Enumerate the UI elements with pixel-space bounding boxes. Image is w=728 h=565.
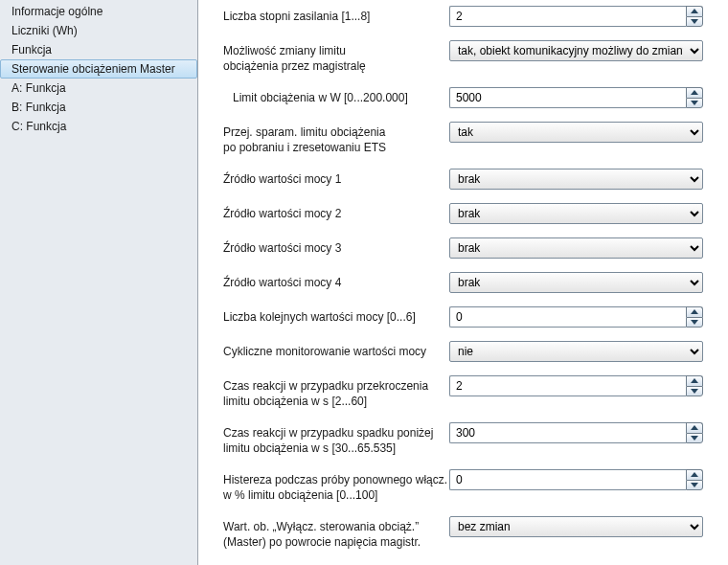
param-spin-p11 [449,422,703,443]
param-combo-p4[interactable]: brak [449,169,703,190]
param-combo-p7[interactable]: brak [449,272,703,293]
svg-marker-4 [691,309,698,314]
param-row-p7: Źródło wartości mocy 4brak [223,272,715,293]
svg-marker-0 [691,9,698,13]
param-control [449,6,715,27]
param-row-p4: Źródło wartości mocy 1brak [223,169,715,190]
svg-marker-6 [691,378,698,383]
param-control: brak [449,272,715,293]
param-label: Limit obciążenia w W [0...200.000] [223,87,449,105]
spin-down-icon[interactable] [686,480,703,491]
sidebar-item-2[interactable]: Funkcja [0,40,197,59]
param-label: Czas reakcji w przypadku przekroczeniali… [223,375,449,409]
param-input-p0[interactable] [449,6,686,27]
param-label: Przej. sparam. limitu obciążeniapo pobra… [223,122,449,155]
sidebar-item-5[interactable]: B: Funkcja [0,98,197,117]
param-combo-p9[interactable]: nie [449,341,703,362]
param-row-p13: Wart. ob. „Wyłącz. sterowania obciąż.”(M… [223,516,715,550]
param-control: bez zmian [449,516,715,537]
svg-marker-7 [691,389,698,394]
svg-marker-8 [691,425,698,430]
spin-buttons [686,87,703,108]
param-row-p8: Liczba kolejnych wartości mocy [0...6] [223,306,715,328]
param-label: Cykliczne monitorowanie wartości mocy [223,341,449,359]
param-label: Źródło wartości mocy 4 [223,272,449,290]
param-label: Liczba stopni zasilania [1...8] [223,6,449,24]
spin-up-icon[interactable] [686,306,703,317]
param-label: Wart. ob. „Wyłącz. sterowania obciąż.”(M… [223,516,449,550]
svg-marker-11 [691,483,698,487]
svg-marker-3 [691,101,698,105]
sidebar: Informacje ogólneLiczniki (Wh)FunkcjaSte… [0,0,198,565]
sidebar-item-4[interactable]: A: Funkcja [0,79,197,98]
param-label: Liczba kolejnych wartości mocy [0...6] [223,306,449,325]
param-combo-p3[interactable]: tak [449,122,703,143]
param-input-p10[interactable] [449,375,686,396]
param-spin-p12 [449,469,703,490]
spin-down-icon[interactable] [686,433,703,444]
param-input-p12[interactable] [449,469,686,490]
param-control [449,422,715,443]
spin-buttons [686,306,703,328]
param-control: brak [449,169,715,190]
spin-buttons [686,422,703,443]
sidebar-item-3[interactable]: Sterowanie obciążeniem Master [0,59,197,79]
spin-buttons [686,469,703,490]
svg-marker-5 [691,320,698,325]
spin-up-icon[interactable] [686,469,703,480]
param-row-p0: Liczba stopni zasilania [1...8] [223,6,715,27]
svg-marker-9 [691,436,698,441]
param-label: Źródło wartości mocy 3 [223,237,449,256]
sidebar-item-1[interactable]: Liczniki (Wh) [0,21,197,40]
param-combo-p13[interactable]: bez zmian [449,516,703,537]
spin-down-icon[interactable] [686,386,703,397]
param-row-p12: Histereza podczas próby ponownego włącz.… [223,469,715,503]
svg-marker-2 [691,90,698,95]
param-spin-p0 [449,6,703,27]
param-control: brak [449,203,715,224]
spin-up-icon[interactable] [686,6,703,16]
spin-buttons [686,375,703,396]
spin-up-icon[interactable] [686,87,703,98]
param-input-p8[interactable] [449,306,686,328]
param-spin-p8 [449,306,703,328]
sidebar-item-6[interactable]: C: Funkcja [0,117,197,136]
param-combo-p1[interactable]: tak, obiekt komunikacyjny możliwy do zmi… [449,40,703,61]
spin-down-icon[interactable] [686,98,703,109]
param-label: Źródło wartości mocy 1 [223,169,449,187]
param-row-p9: Cykliczne monitorowanie wartości mocynie [223,341,715,362]
param-control [449,375,715,396]
param-spin-p10 [449,375,703,396]
param-label: Histereza podczas próby ponownego włącz.… [223,469,449,503]
param-row-p2: Limit obciążenia w W [0...200.000] [223,87,715,108]
param-combo-p6[interactable]: brak [449,237,703,259]
spin-up-icon[interactable] [686,375,703,386]
svg-marker-1 [691,19,698,24]
param-spin-p2 [449,87,703,108]
param-label: Czas reakcji w przypadku spadku poniżejl… [223,422,449,456]
param-input-p11[interactable] [449,422,686,443]
param-control: tak, obiekt komunikacyjny możliwy do zmi… [449,40,715,61]
param-row-p5: Źródło wartości mocy 2brak [223,203,715,224]
param-control [449,87,715,108]
param-row-p3: Przej. sparam. limitu obciążeniapo pobra… [223,122,715,155]
spin-buttons [686,6,703,27]
param-row-p6: Źródło wartości mocy 3brak [223,237,715,259]
param-label: Źródło wartości mocy 2 [223,203,449,221]
param-control: nie [449,341,715,362]
param-control [449,306,715,328]
param-row-p10: Czas reakcji w przypadku przekroczeniali… [223,375,715,409]
param-combo-p5[interactable]: brak [449,203,703,224]
param-row-p1: Możliwość zmiany limituobciążenia przez … [223,40,715,74]
param-control: tak [449,122,715,143]
param-row-p11: Czas reakcji w przypadku spadku poniżejl… [223,422,715,456]
spin-down-icon[interactable] [686,317,703,328]
spin-up-icon[interactable] [686,422,703,433]
app-root: Informacje ogólneLiczniki (Wh)FunkcjaSte… [0,0,728,565]
param-input-p2[interactable] [449,87,686,108]
spin-down-icon[interactable] [686,16,703,28]
sidebar-item-0[interactable]: Informacje ogólne [0,2,197,21]
param-control [449,469,715,490]
param-control: brak [449,237,715,259]
parameter-panel: Liczba stopni zasilania [1...8]Możliwość… [198,0,728,565]
